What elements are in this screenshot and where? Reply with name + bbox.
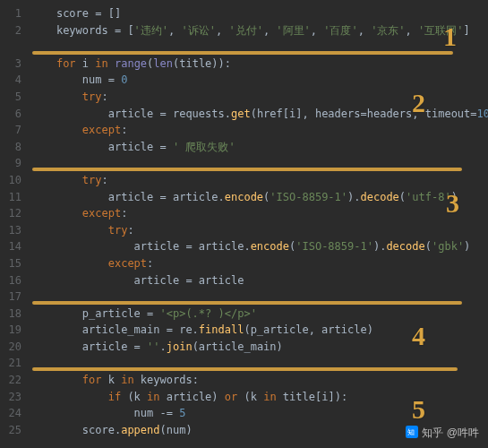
line-number: 6 xyxy=(0,106,21,123)
code-line[interactable]: article = requests.get(href[i], headers=… xyxy=(30,106,488,123)
code-line[interactable]: except: xyxy=(30,205,488,222)
line-number: 10 xyxy=(0,172,21,189)
code-line[interactable]: keywords = ['违约', '诉讼', '兑付', '阿里', '百度'… xyxy=(30,22,488,56)
line-number: 19 xyxy=(0,322,21,339)
line-number: 7 xyxy=(0,122,21,139)
code-area[interactable]: score = [] keywords = ['违约', '诉讼', '兑付',… xyxy=(30,5,488,448)
line-number: 23 xyxy=(0,389,21,406)
line-number: 18 xyxy=(0,306,21,323)
code-line[interactable]: except: xyxy=(30,122,488,139)
code-line[interactable]: for k in keywords: xyxy=(30,372,488,389)
code-line[interactable]: article = ''.join(article_main) xyxy=(30,339,488,356)
line-number: 25 xyxy=(0,422,21,439)
line-number: 12 xyxy=(0,205,21,222)
code-line[interactable]: num -= 5 xyxy=(30,405,488,422)
code-line[interactable]: article_main = re.findall(p_article, art… xyxy=(30,322,488,339)
line-number: 22 xyxy=(0,372,21,389)
line-number: 8 xyxy=(0,139,21,156)
zhihu-logo-icon: 知 xyxy=(406,426,418,441)
line-number: 21 xyxy=(0,355,21,372)
code-line[interactable] xyxy=(30,155,488,172)
code-line[interactable] xyxy=(30,355,488,372)
code-line[interactable]: num = 0 xyxy=(30,72,488,89)
line-number: 2 xyxy=(0,22,21,56)
watermark-user: @吽吽 xyxy=(447,426,479,441)
watermark-site: 知乎 xyxy=(422,426,443,441)
code-line[interactable]: article = article.encode('ISO-8859-1').d… xyxy=(30,238,488,255)
code-line[interactable] xyxy=(30,289,488,306)
line-number: 13 xyxy=(0,222,21,239)
code-line[interactable]: try: xyxy=(30,172,488,189)
code-editor: 1234567891011121314151617181920212223242… xyxy=(0,0,488,448)
line-number: 5 xyxy=(0,89,21,106)
line-number: 20 xyxy=(0,339,21,356)
line-number: 9 xyxy=(0,155,21,172)
code-line[interactable]: article = article xyxy=(30,272,488,289)
line-number: 17 xyxy=(0,289,21,306)
line-number: 15 xyxy=(0,255,21,272)
line-number: 1 xyxy=(0,5,21,22)
code-line[interactable]: try: xyxy=(30,222,488,239)
code-line[interactable]: try: xyxy=(30,89,488,106)
code-line[interactable]: if (k in article) or (k in title[i]): xyxy=(30,389,488,406)
svg-text:知: 知 xyxy=(407,428,415,436)
line-number: 3 xyxy=(0,56,21,73)
code-line[interactable]: score = [] xyxy=(30,5,488,22)
line-number: 14 xyxy=(0,238,21,255)
code-line[interactable]: p_article = '<p>(.*? )</p>' xyxy=(30,306,488,323)
line-number: 16 xyxy=(0,272,21,289)
line-number-gutter: 1234567891011121314151617181920212223242… xyxy=(0,5,30,448)
code-line[interactable]: article = article.encode('ISO-8859-1').d… xyxy=(30,189,488,206)
line-number: 4 xyxy=(0,72,21,89)
line-number: 24 xyxy=(0,405,21,422)
code-line[interactable]: article = ' 爬取失败' xyxy=(30,139,488,156)
line-number: 11 xyxy=(0,189,21,206)
watermark: 知 知乎 @吽吽 xyxy=(406,426,479,441)
code-line[interactable]: except: xyxy=(30,255,488,272)
code-line[interactable]: for i in range(len(title)): xyxy=(30,56,488,73)
